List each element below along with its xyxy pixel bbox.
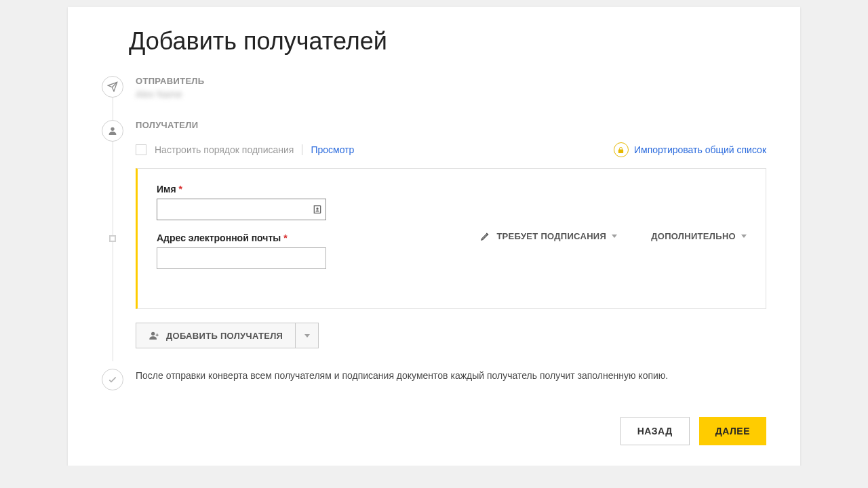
- recipients-step: ПОЛУЧАТЕЛИ Настроить порядок подписания …: [102, 120, 766, 348]
- add-recipient-button[interactable]: ДОБАВИТЬ ПОЛУЧАТЕЛЯ: [136, 323, 296, 348]
- person-icon: [102, 120, 123, 142]
- email-input[interactable]: [157, 247, 326, 269]
- footer-actions: НАЗАД ДАЛЕЕ: [102, 417, 766, 445]
- next-button[interactable]: ДАЛЕЕ: [699, 417, 766, 445]
- name-input-wrapper: [157, 199, 326, 220]
- svg-point-0: [111, 127, 114, 131]
- preview-link[interactable]: Просмотр: [311, 144, 354, 155]
- steps-timeline: ОТПРАВИТЕЛЬ Alex Name ПОЛУЧАТЕЛИ Настрои…: [102, 76, 766, 383]
- add-recipients-panel: Добавить получателей ОТПРАВИТЕЛЬ Alex Na…: [68, 7, 800, 466]
- sender-label: ОТПРАВИТЕЛЬ: [136, 76, 766, 86]
- add-person-icon: [149, 330, 159, 341]
- chevron-down-icon: [612, 235, 617, 238]
- chevron-down-icon: [741, 235, 747, 238]
- set-signing-order-label: Настроить порядок подписания: [155, 144, 294, 155]
- address-book-icon[interactable]: [309, 204, 326, 215]
- completion-step: После отправки конверта всем получателям…: [102, 369, 766, 383]
- separator: [302, 144, 302, 155]
- back-button[interactable]: НАЗАД: [620, 417, 690, 445]
- import-bulk-link[interactable]: Импортировать общий список: [634, 144, 766, 155]
- name-input[interactable]: [157, 199, 309, 220]
- lock-icon: [614, 142, 629, 157]
- import-bulk-row[interactable]: Импортировать общий список: [614, 142, 766, 157]
- paper-plane-icon: [102, 76, 123, 98]
- set-signing-order-checkbox[interactable]: [136, 144, 146, 155]
- sender-name: Alex Name: [136, 89, 766, 100]
- completion-text: После отправки конверта всем получателям…: [136, 369, 766, 383]
- recipients-options-row: Настроить порядок подписания Просмотр Им…: [136, 142, 766, 157]
- drag-anchor[interactable]: [109, 235, 116, 242]
- recipients-label: ПОЛУЧАТЕЛИ: [136, 120, 766, 130]
- check-icon: [102, 369, 123, 390]
- pen-icon: [480, 230, 491, 241]
- more-options-dropdown[interactable]: ДОПОЛНИТЕЛЬНО: [651, 190, 747, 281]
- svg-point-1: [151, 332, 155, 336]
- needs-to-sign-dropdown[interactable]: ТРЕБУЕТ ПОДПИСАНИЯ: [480, 190, 617, 281]
- name-field-label: Имя *: [157, 184, 333, 195]
- recipient-card: Имя * Адрес эл: [136, 168, 766, 309]
- add-recipient-dropdown[interactable]: [296, 323, 319, 348]
- sender-step: ОТПРАВИТЕЛЬ Alex Name: [102, 76, 766, 100]
- page-title: Добавить получателей: [129, 27, 766, 56]
- email-field-label: Адрес электронной почты *: [157, 232, 333, 243]
- chevron-down-icon: [304, 334, 310, 338]
